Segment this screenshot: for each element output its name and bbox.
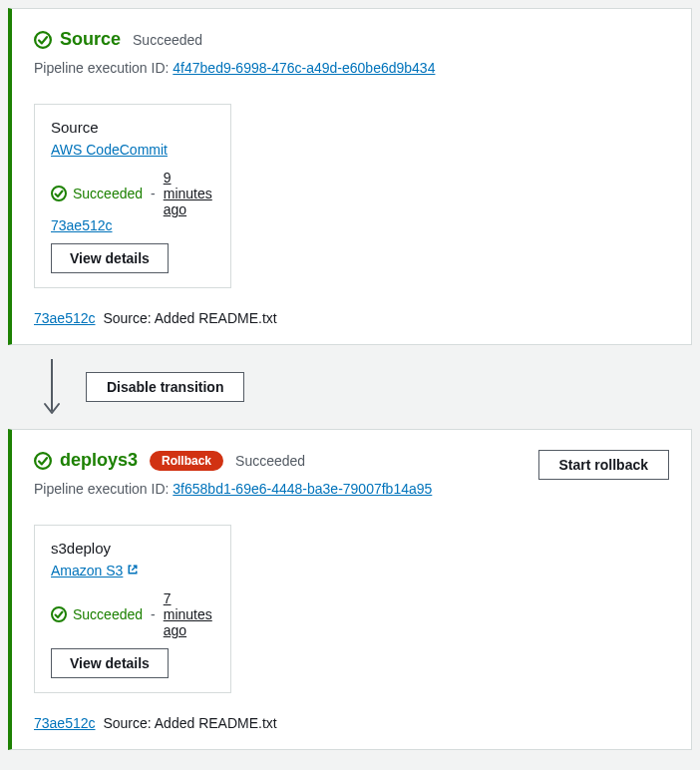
stage-title-group: deploys3 bbox=[34, 450, 138, 471]
commit-message: Source: Added README.txt bbox=[103, 310, 276, 326]
stage-status: Succeeded bbox=[133, 32, 202, 48]
svg-point-3 bbox=[35, 453, 51, 469]
start-rollback-button[interactable]: Start rollback bbox=[538, 450, 669, 480]
action-revision-row: 73ae512c bbox=[51, 217, 214, 233]
execution-id-label: Pipeline execution ID: bbox=[34, 60, 169, 76]
action-time-link[interactable]: 7 minutes ago bbox=[164, 590, 214, 638]
stage-name: deploys3 bbox=[60, 450, 138, 471]
action-time-link[interactable]: 9 minutes ago bbox=[164, 170, 214, 217]
svg-point-4 bbox=[52, 607, 66, 621]
action-card-s3deploy: s3deploy Amazon S3 Succeeded - 7 minutes… bbox=[34, 525, 231, 693]
action-card-source: Source AWS CodeCommit Succeeded - 9 minu… bbox=[34, 104, 231, 288]
separator: - bbox=[151, 606, 156, 622]
commit-row: 73ae512c Source: Added README.txt bbox=[34, 310, 669, 326]
action-revision-link[interactable]: 73ae512c bbox=[51, 217, 113, 233]
commit-hash-link[interactable]: 73ae512c bbox=[34, 310, 96, 326]
stage-header-left: deploys3 Rollback Succeeded Pipeline exe… bbox=[34, 450, 432, 497]
stage-header: Source Succeeded bbox=[34, 29, 669, 50]
provider-label: Amazon S3 bbox=[51, 563, 123, 578]
separator: - bbox=[151, 186, 156, 201]
stage-deploys3: deploys3 Rollback Succeeded Pipeline exe… bbox=[8, 429, 692, 750]
stage-name: Source bbox=[60, 29, 121, 50]
provider-label: AWS CodeCommit bbox=[51, 142, 168, 158]
commit-message: Source: Added README.txt bbox=[103, 715, 276, 731]
action-provider-link[interactable]: AWS CodeCommit bbox=[51, 142, 168, 158]
svg-point-0 bbox=[35, 32, 51, 48]
action-status: Succeeded bbox=[73, 606, 143, 622]
external-link-icon bbox=[127, 563, 139, 578]
action-provider-link[interactable]: Amazon S3 bbox=[51, 563, 139, 578]
commit-hash-link[interactable]: 73ae512c bbox=[34, 715, 96, 731]
check-circle-icon bbox=[51, 186, 67, 201]
execution-id-row: Pipeline execution ID: 4f47bed9-6998-476… bbox=[34, 60, 669, 76]
execution-id-link[interactable]: 3f658bd1-69e6-4448-ba3e-79007fb14a95 bbox=[173, 481, 432, 497]
stage-source: Source Succeeded Pipeline execution ID: … bbox=[8, 8, 692, 345]
check-circle-icon bbox=[51, 606, 67, 622]
execution-id-label: Pipeline execution ID: bbox=[34, 481, 169, 497]
execution-id-row: Pipeline execution ID: 3f658bd1-69e6-444… bbox=[34, 481, 432, 497]
execution-id-link[interactable]: 4f47bed9-6998-476c-a49d-e60be6d9b434 bbox=[173, 60, 435, 76]
stage-status: Succeeded bbox=[235, 453, 305, 469]
action-name: s3deploy bbox=[51, 540, 214, 557]
transition-section: Disable transition bbox=[8, 345, 692, 429]
svg-point-1 bbox=[52, 187, 66, 200]
stage-title-group: Source bbox=[34, 29, 121, 50]
check-circle-icon bbox=[34, 31, 52, 49]
arrow-down-icon bbox=[40, 357, 64, 417]
action-status-row: Succeeded - 7 minutes ago bbox=[51, 590, 214, 638]
disable-transition-button[interactable]: Disable transition bbox=[86, 372, 244, 402]
stage-header-row: deploys3 Rollback Succeeded Pipeline exe… bbox=[34, 450, 669, 497]
view-details-button[interactable]: View details bbox=[51, 648, 169, 678]
action-name: Source bbox=[51, 119, 214, 136]
action-status-row: Succeeded - 9 minutes ago bbox=[51, 170, 214, 217]
commit-row: 73ae512c Source: Added README.txt bbox=[34, 715, 669, 731]
stage-header: deploys3 Rollback Succeeded bbox=[34, 450, 432, 471]
action-status: Succeeded bbox=[73, 186, 143, 201]
rollback-badge: Rollback bbox=[150, 451, 223, 471]
check-circle-icon bbox=[34, 452, 52, 470]
view-details-button[interactable]: View details bbox=[51, 243, 169, 273]
